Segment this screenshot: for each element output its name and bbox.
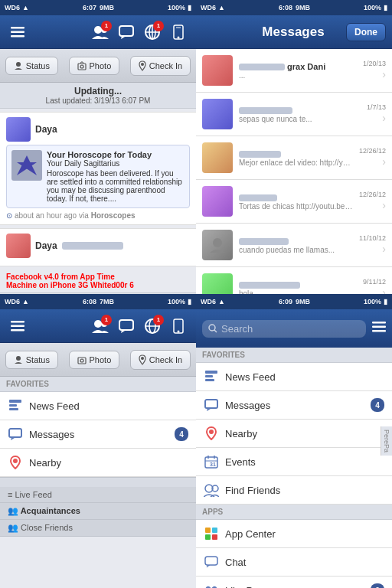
post2-blurred (62, 242, 123, 250)
messages-icon-sidebar (8, 426, 23, 442)
sidebar-group-livefeed[interactable]: ≡ Live Feed (0, 487, 196, 503)
checkin-button-q1[interactable]: Check In (130, 56, 191, 76)
avatar-post2 (6, 234, 31, 258)
closefriends-icon-sidebar: 👥 (8, 523, 21, 532)
svg-rect-44 (205, 375, 213, 377)
svg-rect-57 (205, 534, 211, 540)
search-wrap[interactable] (202, 320, 366, 338)
svg-rect-42 (372, 330, 386, 332)
done-button[interactable]: Done (346, 23, 386, 41)
updating-bar: Updating... Last updated: 3/19/13 6:07 P… (0, 83, 196, 109)
sidebar-item-appcenter-q4[interactable]: App Center (196, 520, 392, 548)
q4-right-sidebar: WD6 ▲ 6:09 9MB 100% ▮ FAVORITES News Fee… (196, 294, 392, 588)
svg-point-29 (16, 356, 21, 361)
favorites-title-q4: FAVORITES (196, 348, 392, 363)
menu-button-q1[interactable] (6, 21, 29, 44)
checkin-button-q3[interactable]: Check In (130, 350, 191, 370)
menu-button-q3[interactable] (6, 315, 29, 338)
horoscope-card[interactable]: Your Horoscope for Today Your Daily Sagi… (6, 145, 190, 208)
status-button-q1[interactable]: Status (5, 57, 58, 75)
msg-avatar-6 (202, 273, 233, 294)
nearby-icon-q4 (204, 426, 219, 441)
msg-item-6[interactable]: hola 9/11/12 › (196, 267, 392, 294)
svg-rect-56 (212, 528, 217, 533)
friends-button-q1[interactable]: 1 (89, 21, 112, 44)
carrier-q1: WD6 (5, 4, 20, 11)
svg-rect-59 (205, 557, 217, 565)
findfriends-icon-q4 (204, 482, 219, 498)
svg-rect-1 (11, 31, 24, 33)
sidebar-item-nearby-q4[interactable]: Nearby (196, 420, 392, 448)
likepages-badge-q4: 2 (371, 583, 384, 588)
sidebar-item-newsfeed-q4[interactable]: News Feed (196, 363, 392, 391)
svg-point-31 (80, 359, 83, 362)
friends-button-q3[interactable]: 1 (89, 315, 112, 338)
messages-button-q1[interactable] (115, 21, 138, 44)
svg-point-28 (178, 330, 180, 332)
sidebar-item-chat-q4[interactable]: Chat (196, 548, 392, 577)
status-button-q3[interactable]: Status (5, 351, 58, 369)
msg-item-3[interactable]: Mejor enlace del video: http://yout... 1… (196, 136, 392, 180)
action-bar-q1: Status Photo Check In (0, 49, 196, 83)
globe-button-q3[interactable]: 1 (141, 315, 164, 338)
msg-item-2[interactable]: sepas que nunca te... 1/7/13 › (196, 93, 392, 136)
svg-rect-40 (372, 322, 386, 324)
messages-nav: Messages Done (196, 15, 392, 49)
sidebar-item-findfriends-q4[interactable]: Find Friends (196, 476, 392, 505)
search-nav (196, 309, 392, 348)
messages-button-q3[interactable] (115, 315, 138, 338)
promo-text: Facebook v4.0 from App Time Machine on i… (0, 270, 196, 292)
photo-button-q3[interactable]: Photo (69, 351, 120, 369)
svg-rect-0 (11, 27, 24, 29)
sidebar-item-nearby[interactable]: Nearby (0, 449, 196, 477)
messages-title: Messages (262, 24, 324, 40)
q3-sidebar: WD6 ▲ 6:08 7MB 100% ▮ 1 1 (0, 294, 196, 588)
svg-rect-34 (9, 404, 17, 407)
horoscope-image (11, 150, 42, 181)
svg-rect-45 (205, 379, 214, 381)
svg-text:31: 31 (210, 462, 216, 467)
status-bar-q1: WD6 ▲ 6:07 9MB 100% ▮ (0, 0, 196, 15)
messages-badge-q3: 4 (175, 427, 188, 441)
svg-point-38 (209, 325, 215, 331)
nav-menu-q4[interactable] (372, 322, 386, 335)
msg-avatar-3 (202, 142, 233, 173)
svg-rect-5 (119, 26, 133, 36)
chat-icon-q4 (204, 554, 219, 570)
svg-rect-18 (11, 321, 24, 323)
sidebar-item-events-q4[interactable]: 31 Events (196, 448, 392, 476)
svg-point-15 (80, 65, 83, 68)
globe-button-q1[interactable]: 1 (141, 21, 164, 44)
wifi-icon-q1: ▲ (22, 4, 29, 11)
svg-rect-46 (205, 400, 217, 408)
status-bar-q4: WD6 ▲ 6:09 9MB 100% ▮ (196, 294, 392, 309)
msg-avatar-1 (202, 55, 233, 86)
svg-rect-14 (78, 64, 86, 70)
svg-rect-41 (372, 326, 386, 328)
svg-point-37 (13, 459, 18, 463)
friends-badge-q3: 1 (101, 315, 112, 325)
msg-item-5[interactable]: cuando puedas me llamas... 11/10/12 › (196, 224, 392, 267)
sidebar-item-newsfeed[interactable]: News Feed (0, 392, 196, 420)
search-input[interactable] (221, 323, 360, 335)
msg-item-1[interactable]: grax Dani ... 1/20/13 › (196, 49, 392, 93)
messages-badge-q4: 4 (371, 398, 384, 412)
sidebar-item-messages-q4[interactable]: Messages 4 (196, 391, 392, 420)
post-1: Daya Your Horoscope for Today Your Daily… (0, 112, 196, 225)
svg-rect-43 (205, 371, 217, 374)
phone-icon-q1 (167, 21, 190, 44)
friends-badge-q1: 1 (101, 21, 112, 31)
status-bar-q3: WD6 ▲ 6:08 7MB 100% ▮ (0, 294, 196, 309)
sidebar-item-messages[interactable]: Messages 4 (0, 420, 196, 449)
post1-name: Daya (35, 124, 57, 135)
sidebar-group-acquaintances[interactable]: 👥 Acquaintances (0, 503, 196, 520)
photo-button-q1[interactable]: Photo (69, 57, 120, 75)
events-icon-q4: 31 (204, 454, 219, 469)
time-q1: 6:07 (83, 4, 96, 11)
action-bar-q3: Status Photo Check In (0, 343, 196, 377)
msg-item-4[interactable]: Tortas de chicas http://youtu.be/G... 12… (196, 180, 392, 224)
sidebar-group-closefriends[interactable]: 👥 Close Friends (0, 520, 196, 537)
sidebar-item-likepages-q4[interactable]: Like Pages 2 (196, 577, 392, 588)
post-2: Daya (0, 228, 196, 266)
nearby-icon (8, 455, 23, 470)
